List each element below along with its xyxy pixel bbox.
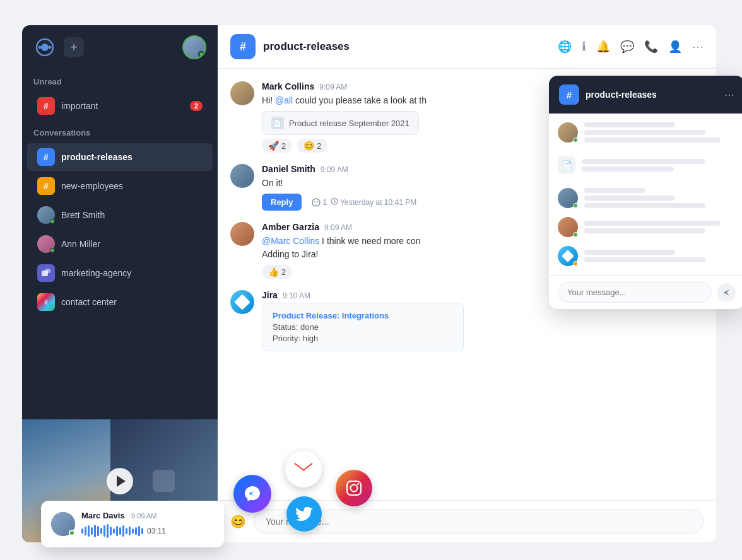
sidebar-item-ann-miller[interactable]: Ann Miller xyxy=(27,230,213,258)
svg-rect-5 xyxy=(45,269,50,273)
wave-bar xyxy=(107,524,109,538)
wave-bar xyxy=(113,528,115,534)
unread-section-label: Unread xyxy=(22,69,218,91)
float-line xyxy=(584,250,675,255)
jira-card: Product Release: Integrations Status: do… xyxy=(262,303,464,351)
float-line xyxy=(584,130,705,135)
gmail-icon[interactable] xyxy=(285,451,322,487)
twitter-icon[interactable] xyxy=(286,496,322,532)
sidebar-item-product-releases[interactable]: # product-releases xyxy=(27,143,213,171)
float-message-lines xyxy=(584,122,736,143)
sidebar-item-new-employees[interactable]: # new-employees xyxy=(27,172,213,200)
voice-card-header: Marc Davis 9:09 AM xyxy=(81,510,214,521)
svg-point-13 xyxy=(351,485,358,492)
members-icon[interactable]: 👤 xyxy=(668,40,682,54)
sidebar: + Unread # important 2 Conversations # p… xyxy=(22,25,218,542)
floating-channel-icon: # xyxy=(559,85,579,105)
more-options-icon[interactable]: ⋯ xyxy=(692,40,704,54)
hash-symbol: # xyxy=(240,40,246,54)
wave-bar xyxy=(122,525,124,537)
floating-menu-icon[interactable]: ⋯ xyxy=(724,89,734,101)
voice-card-info: Marc Davis 9:09 AM 03:11 xyxy=(81,510,214,539)
chat-header-actions: 🌐 ℹ 🔔 💬 📞 👤 ⋯ xyxy=(558,40,704,54)
info-icon[interactable]: ℹ xyxy=(582,40,586,54)
message-time: 9:09 AM xyxy=(321,165,348,174)
channel-name-label: new-employees xyxy=(61,181,203,191)
channel-color-icon: # xyxy=(37,177,55,195)
float-message-2 xyxy=(558,188,736,208)
jira-card-title: Product Release: Integrations xyxy=(273,311,453,320)
voice-duration: 03:11 xyxy=(147,527,166,535)
conversations-section-label: Conversations xyxy=(22,120,218,143)
user-avatar-icon xyxy=(37,235,55,253)
float-jira-icon xyxy=(558,246,578,266)
message-attachment[interactable]: 📄 Product release September 2021 xyxy=(262,111,419,135)
globe-icon[interactable]: 🌐 xyxy=(558,40,572,54)
mark-collins-avatar xyxy=(230,81,254,105)
wave-bar xyxy=(97,526,99,536)
user-avatar[interactable] xyxy=(182,35,206,59)
online-dot xyxy=(50,219,55,224)
video-play-button[interactable] xyxy=(107,468,133,494)
wave-bar xyxy=(141,528,143,534)
online-dot xyxy=(50,248,55,253)
sidebar-header: + xyxy=(22,25,218,69)
reply-button[interactable]: Reply xyxy=(262,194,302,211)
float-avatar-3 xyxy=(558,217,578,237)
author-name: Amber Garzia xyxy=(262,222,319,232)
sidebar-item-contact-center[interactable]: # contact center xyxy=(27,288,213,316)
user-avatar-icon xyxy=(37,206,55,224)
instagram-icon[interactable] xyxy=(336,470,372,506)
reply-time: Yesterday at 10:41 PM xyxy=(331,197,416,207)
reaction-count: 2 xyxy=(317,141,321,151)
reaction-rocket[interactable]: 🚀 2 xyxy=(262,139,292,153)
reaction-count: 2 xyxy=(281,267,286,277)
float-doc-lines xyxy=(582,159,736,172)
svg-point-1 xyxy=(41,44,49,51)
float-jira-lines xyxy=(584,250,736,262)
float-line xyxy=(582,166,674,172)
floating-chat-panel: # product-releases ⋯ 📄 xyxy=(549,76,742,309)
unread-badge: 2 xyxy=(190,101,203,111)
hash-icon: # xyxy=(44,101,49,111)
voice-waveform: 03:11 xyxy=(81,523,214,539)
wave-bar xyxy=(81,528,83,534)
floating-message-input[interactable] xyxy=(558,282,712,303)
sidebar-item-important[interactable]: # important 2 xyxy=(27,92,213,120)
sidebar-item-marketing-agency[interactable]: marketing-agency xyxy=(27,259,213,287)
svg-point-14 xyxy=(357,483,359,485)
channel-name-label: product-releases xyxy=(61,152,203,162)
messenger-icon[interactable] xyxy=(233,475,271,513)
channel-name-label: Ann Miller xyxy=(61,239,203,249)
channel-name-label: contact center xyxy=(61,297,203,307)
notification-icon[interactable]: 🔔 xyxy=(596,40,610,54)
message-time: 9:09 AM xyxy=(319,83,347,91)
float-line xyxy=(584,228,705,233)
wave-bar xyxy=(119,527,121,535)
wave-bar xyxy=(100,528,102,534)
hash-icon: # xyxy=(44,152,49,162)
float-line xyxy=(584,195,675,201)
channel-color-icon: # xyxy=(37,97,55,115)
whatsapp-icon[interactable]: 💬 xyxy=(620,40,634,54)
add-channel-button[interactable]: + xyxy=(64,37,84,57)
float-send-button[interactable] xyxy=(717,283,736,302)
emoji-picker-icon[interactable]: 😊 xyxy=(230,514,246,529)
jira-status-dot xyxy=(573,261,578,266)
voice-message-card: Marc Davis 9:09 AM 03:11 xyxy=(41,501,224,547)
channel-name-label: important xyxy=(61,101,184,111)
chat-channel-icon: # xyxy=(230,34,256,59)
reaction-thumbsup[interactable]: 👍 2 xyxy=(262,265,292,279)
phone-icon[interactable]: 📞 xyxy=(644,40,658,54)
reaction-smile[interactable]: 😊 2 xyxy=(297,139,327,153)
sidebar-item-brett-smith[interactable]: Brett Smith xyxy=(27,201,213,229)
author-name: Daniel Smith xyxy=(262,164,315,174)
reaction-emoji: 😊 xyxy=(303,141,314,151)
mention-marc: @Marc Collins xyxy=(262,236,319,246)
wave-bar xyxy=(135,527,137,535)
float-online-dot xyxy=(573,203,578,208)
float-message-3 xyxy=(558,217,736,237)
voice-sender-name: Marc Davis xyxy=(81,511,125,520)
author-name: Mark Collins xyxy=(262,81,314,91)
attachment-name: Product release September 2021 xyxy=(289,119,409,128)
